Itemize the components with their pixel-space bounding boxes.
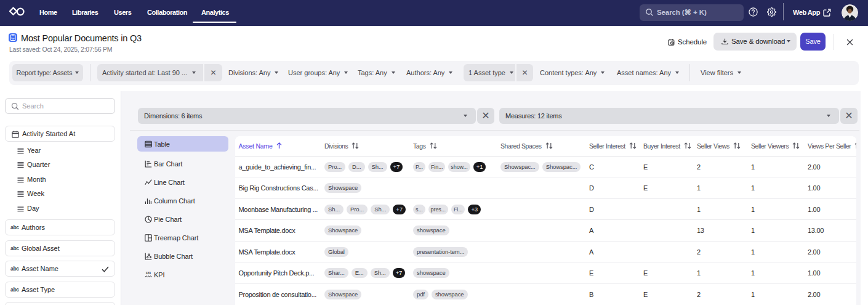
svg-text:123: 123 <box>146 271 151 275</box>
